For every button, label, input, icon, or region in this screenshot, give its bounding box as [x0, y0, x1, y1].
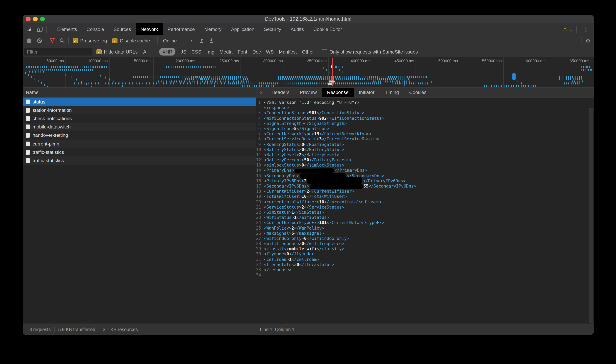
tab-console[interactable]: Console [82, 23, 109, 35]
request-dot [73, 66, 74, 68]
close-detail-icon[interactable]: × [256, 88, 266, 97]
samesite-checkbox[interactable] [322, 49, 327, 54]
filter-type-xhr[interactable]: XHR [159, 48, 176, 55]
request-dot [44, 84, 45, 86]
detail-tab-headers[interactable]: Headers [266, 88, 295, 97]
code-line: <BatteryLevel>2</BatteryLevel> [264, 152, 594, 157]
divider [46, 37, 46, 44]
warning-count[interactable]: 1 [570, 26, 572, 32]
request-dot [413, 82, 414, 84]
request-dot [181, 80, 182, 82]
detail-tab-timing[interactable]: Timing [380, 88, 404, 97]
filter-type-ws[interactable]: WS [266, 49, 274, 54]
request-dot [360, 76, 361, 78]
filter-type-img[interactable]: Img [206, 49, 214, 54]
filter-type-other[interactable]: Other [302, 49, 314, 54]
tab-memory[interactable]: Memory [200, 23, 226, 35]
request-dot [232, 82, 233, 84]
tab-elements[interactable]: Elements [52, 23, 82, 35]
detail-tab-preview[interactable]: Preview [295, 88, 322, 97]
export-har-icon[interactable] [197, 36, 207, 45]
tab-security[interactable]: Security [259, 23, 286, 35]
request-dot [105, 77, 106, 78]
detail-tab-response[interactable]: Response [322, 88, 354, 97]
tab-application[interactable]: Application [226, 23, 259, 35]
filter-type-media[interactable]: Media [219, 49, 233, 54]
filter-funnel-icon[interactable] [48, 36, 57, 45]
warning-icon[interactable]: ⚠ [563, 26, 567, 32]
tab-audits[interactable]: Audits [286, 23, 309, 35]
filter-type-css[interactable]: CSS [192, 49, 201, 54]
code-line: <currenttotalwifiuser>10</currenttotalwi… [264, 199, 594, 204]
disable-cache-checkbox[interactable]: ✓ [112, 38, 118, 43]
detail-tab-initiator[interactable]: Initiator [354, 88, 380, 97]
hide-data-urls-checkbox[interactable]: ✓ [96, 49, 102, 54]
network-overview-timeline[interactable]: 50000 ms100000 ms150000 ms200000 ms25000… [23, 57, 594, 88]
import-har-icon[interactable] [207, 36, 216, 45]
request-dot [41, 68, 41, 70]
request-row[interactable]: traffic-statistics [23, 148, 256, 156]
request-dot [236, 76, 237, 78]
throttling-select[interactable]: Online ▼ [163, 38, 193, 43]
requests-header[interactable]: Name [23, 88, 256, 98]
inspect-element-icon[interactable] [24, 24, 35, 34]
tab-performance[interactable]: Performance [163, 23, 199, 35]
code-token: <SignalIcon> [264, 126, 294, 131]
filter-type-js[interactable]: JS [181, 49, 186, 54]
request-row[interactable]: traffic-statistics [23, 156, 256, 165]
request-dot [575, 76, 575, 78]
kebab-menu-icon[interactable]: ⋮ [581, 26, 591, 33]
filter-input[interactable] [24, 48, 93, 55]
record-button[interactable] [27, 38, 31, 43]
gear-icon[interactable]: ⚙ [585, 37, 591, 44]
clear-icon[interactable] [35, 36, 44, 45]
request-dot [424, 76, 425, 78]
request-row[interactable]: status [23, 98, 256, 106]
request-dot [84, 82, 85, 84]
request-dot [302, 82, 303, 84]
tab-sources[interactable]: Sources [109, 23, 136, 35]
preserve-log-checkbox[interactable]: ✓ [73, 38, 78, 43]
request-row[interactable]: mobile-dataswitch [23, 123, 256, 131]
request-dot [92, 66, 92, 68]
request-dot [263, 85, 264, 87]
request-dot [189, 76, 190, 78]
request-row[interactable]: handover-setting [23, 131, 256, 140]
request-dot [320, 82, 320, 84]
request-dot [241, 80, 242, 82]
filter-type-manifest[interactable]: Manifest [279, 49, 297, 54]
line-number: 10 [256, 147, 261, 152]
filter-type-doc[interactable]: Doc [252, 49, 261, 54]
search-icon[interactable] [57, 36, 67, 45]
request-dot [90, 66, 91, 68]
response-viewer[interactable]: 1234567891011121314151617181920212223242… [256, 98, 594, 324]
request-dot [35, 71, 36, 73]
request-dot [259, 85, 260, 87]
device-toolbar-icon[interactable] [35, 24, 45, 34]
code-line: <ConnectionStatus>901</ConnectionStatus> [264, 110, 594, 116]
response-scrollbar[interactable] [589, 108, 593, 323]
filter-type-all[interactable]: All [143, 49, 149, 54]
request-dot [309, 78, 310, 80]
tab-network[interactable]: Network [136, 23, 163, 35]
request-dot [62, 66, 63, 68]
request-dot [178, 76, 179, 78]
tab-cookie-editor[interactable]: Cookie Editor [309, 23, 347, 35]
request-dot [589, 66, 590, 68]
request-dot [356, 78, 357, 80]
request-dot [400, 76, 400, 78]
request-row[interactable]: check-notifications [23, 114, 256, 123]
request-row[interactable]: current-plmn [23, 140, 256, 148]
request-dot [158, 76, 159, 78]
request-dot [320, 76, 320, 78]
request-row[interactable]: station-information [23, 106, 256, 114]
detail-tab-cookies[interactable]: Cookies [404, 88, 432, 97]
request-dot [35, 78, 35, 80]
request-dot [232, 76, 233, 78]
timeline-tick-label: 300000 ms [248, 59, 283, 63]
line-number: 29 [256, 247, 261, 252]
request-dot [129, 82, 130, 84]
request-dot [367, 76, 368, 78]
filter-type-font[interactable]: Font [238, 49, 247, 54]
request-dot [99, 66, 100, 68]
